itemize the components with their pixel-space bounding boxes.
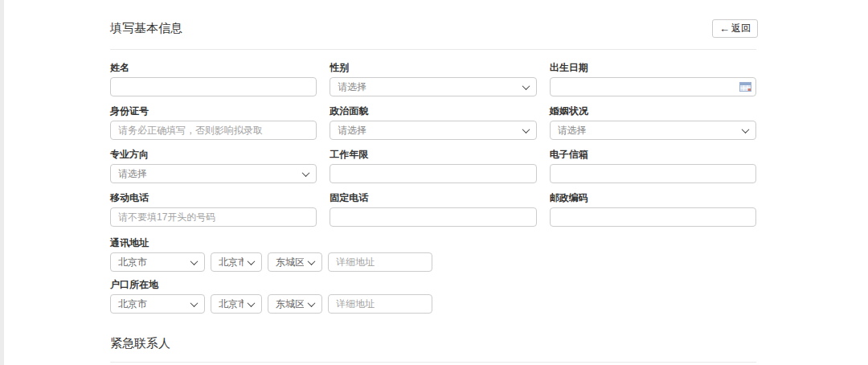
emergency-contact-section-title: 紧急联系人 [110, 336, 756, 351]
marital-status-label: 婚姻状况 [550, 105, 756, 117]
mailing-district-select[interactable]: 东城区 [268, 252, 322, 272]
id-number-label: 身份证号 [110, 105, 317, 117]
field-email: 电子信箱 [550, 149, 756, 183]
household-city-value: 北京市 [219, 295, 244, 313]
back-button[interactable]: ← 返回 [712, 19, 758, 38]
birth-date-input[interactable] [550, 77, 756, 96]
mailing-district-value: 东城区 [276, 253, 304, 271]
household-district-select[interactable]: 东城区 [268, 294, 322, 314]
mailing-address-label: 通讯地址 [110, 237, 756, 248]
gender-select-value: 请选择 [338, 78, 518, 96]
political-status-select[interactable]: 请选择 [330, 121, 536, 140]
field-id-number: 身份证号 [110, 105, 317, 140]
work-years-input[interactable] [330, 164, 536, 183]
chevron-down-icon [248, 257, 256, 265]
field-work-years: 工作年限 [330, 149, 536, 183]
basic-info-form-grid: 姓名 性别 请选择 出生日期 [110, 62, 756, 227]
field-birth-date: 出生日期 [550, 62, 756, 96]
header-divider [110, 49, 756, 50]
household-province-value: 北京市 [118, 295, 186, 313]
page-title: 填写基本信息 [110, 21, 182, 36]
emergency-section-divider [110, 362, 756, 363]
chevron-down-icon [742, 125, 750, 133]
mailing-city-select[interactable]: 北京市 [211, 252, 262, 272]
chevron-down-icon [248, 299, 256, 307]
mailing-province-value: 北京市 [118, 253, 186, 271]
field-mailing-address: 通讯地址 北京市 北京市 东城区 [110, 237, 756, 272]
email-input[interactable] [550, 164, 756, 183]
marital-status-select[interactable]: 请选择 [550, 121, 756, 140]
field-gender: 性别 请选择 [330, 62, 536, 96]
field-marital-status: 婚姻状况 请选择 [550, 105, 756, 140]
landline-input[interactable] [330, 207, 536, 227]
id-number-input[interactable] [110, 121, 317, 140]
section-header: 填写基本信息 ← 返回 [110, 0, 756, 40]
marital-status-select-value: 请选择 [558, 121, 738, 139]
political-status-select-value: 请选择 [338, 121, 518, 139]
landline-label: 固定电话 [330, 192, 536, 203]
chevron-down-icon [190, 257, 199, 265]
mailing-province-select[interactable]: 北京市 [110, 252, 205, 272]
mobile-phone-input[interactable] [110, 207, 317, 227]
chevron-down-icon [308, 257, 316, 265]
name-input[interactable] [110, 77, 317, 96]
household-city-select[interactable]: 北京市 [211, 294, 262, 314]
field-political-status: 政治面貌 请选择 [330, 105, 536, 140]
political-status-label: 政治面貌 [330, 105, 536, 117]
field-major-direction: 专业方向 请选择 [110, 149, 317, 183]
work-years-label: 工作年限 [330, 149, 536, 160]
chevron-down-icon [522, 82, 530, 90]
field-name: 姓名 [110, 62, 317, 96]
mobile-phone-label: 移动电话 [110, 192, 317, 203]
gender-select[interactable]: 请选择 [330, 77, 536, 96]
field-postal-code: 邮政编码 [550, 192, 756, 227]
major-direction-label: 专业方向 [110, 149, 317, 160]
postal-code-label: 邮政编码 [550, 192, 756, 203]
household-district-value: 东城区 [276, 295, 304, 313]
chevron-down-icon [190, 299, 199, 307]
email-label: 电子信箱 [550, 149, 756, 160]
birth-date-label: 出生日期 [550, 62, 756, 73]
household-address-label: 户口所在地 [110, 279, 756, 290]
page-left-edge-strip [0, 0, 4, 365]
field-household-address: 户口所在地 北京市 北京市 东城区 [110, 279, 756, 314]
chevron-down-icon [308, 299, 316, 307]
major-direction-select[interactable]: 请选择 [110, 164, 317, 183]
mailing-city-value: 北京市 [219, 253, 244, 271]
left-arrow-icon: ← [719, 23, 730, 34]
household-province-select[interactable]: 北京市 [110, 294, 205, 314]
field-landline: 固定电话 [330, 192, 536, 227]
gender-label: 性别 [330, 62, 536, 73]
major-direction-select-value: 请选择 [118, 165, 298, 182]
back-button-label: 返回 [731, 23, 751, 33]
household-detail-input[interactable] [328, 294, 432, 314]
calendar-icon[interactable] [739, 82, 751, 92]
chevron-down-icon [522, 125, 530, 133]
postal-code-input[interactable] [550, 207, 756, 227]
field-mobile-phone: 移动电话 [110, 192, 317, 227]
basic-info-form-panel: 填写基本信息 ← 返回 姓名 性别 请选择 出生日期 [110, 0, 756, 363]
name-label: 姓名 [110, 62, 317, 73]
mailing-detail-input[interactable] [328, 252, 432, 272]
chevron-down-icon [302, 169, 310, 177]
